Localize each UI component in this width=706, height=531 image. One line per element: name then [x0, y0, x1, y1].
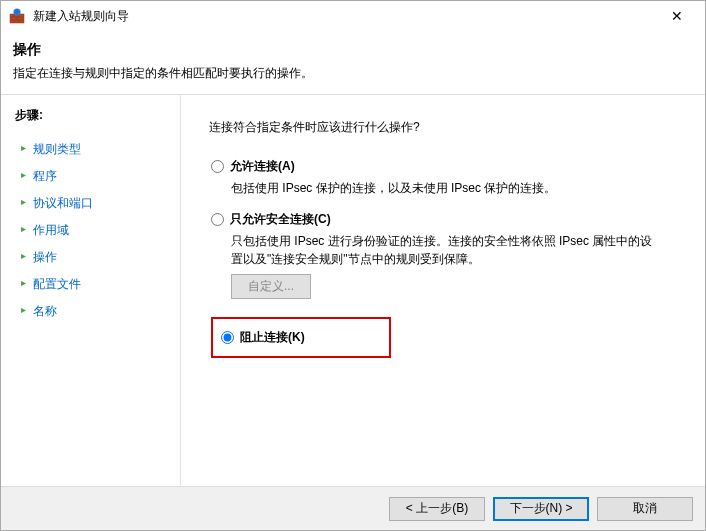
- page-title: 操作: [13, 41, 693, 59]
- radio-allow-row[interactable]: 允许连接(A): [211, 158, 681, 175]
- radio-allow-input[interactable]: [211, 160, 224, 173]
- steps-sidebar: 步骤: 规则类型 程序 协议和端口 作用域 操作 配置文件 名称: [1, 95, 181, 487]
- content-area: 步骤: 规则类型 程序 协议和端口 作用域 操作 配置文件 名称 连接符合指定条…: [1, 95, 705, 487]
- step-profile[interactable]: 配置文件: [15, 271, 166, 298]
- step-label: 协议和端口: [33, 196, 93, 210]
- radio-block-label: 阻止连接(K): [240, 329, 305, 346]
- firewall-icon: [9, 8, 25, 24]
- radio-allow-label: 允许连接(A): [230, 158, 295, 175]
- step-rule-type[interactable]: 规则类型: [15, 136, 166, 163]
- wizard-header: 操作 指定在连接与规则中指定的条件相匹配时要执行的操作。: [1, 31, 705, 94]
- step-protocol-ports[interactable]: 协议和端口: [15, 190, 166, 217]
- step-label: 配置文件: [33, 277, 81, 291]
- customize-button: 自定义...: [231, 274, 311, 299]
- radio-allow-desc: 包括使用 IPsec 保护的连接，以及未使用 IPsec 保护的连接。: [231, 179, 661, 197]
- step-label: 程序: [33, 169, 57, 183]
- back-button[interactable]: < 上一步(B): [389, 497, 485, 521]
- cancel-button[interactable]: 取消: [597, 497, 693, 521]
- radio-option-allow: 允许连接(A) 包括使用 IPsec 保护的连接，以及未使用 IPsec 保护的…: [211, 158, 681, 197]
- close-button[interactable]: ✕: [657, 2, 697, 30]
- main-panel: 连接符合指定条件时应该进行什么操作? 允许连接(A) 包括使用 IPsec 保护…: [181, 95, 705, 487]
- step-scope[interactable]: 作用域: [15, 217, 166, 244]
- radio-block-row[interactable]: 阻止连接(K): [221, 329, 305, 346]
- page-description: 指定在连接与规则中指定的条件相匹配时要执行的操作。: [13, 65, 693, 82]
- radio-allow-secure-desc: 只包括使用 IPsec 进行身份验证的连接。连接的安全性将依照 IPsec 属性…: [231, 232, 661, 268]
- step-label: 名称: [33, 304, 57, 318]
- step-label: 操作: [33, 250, 57, 264]
- radio-option-allow-secure: 只允许安全连接(C) 只包括使用 IPsec 进行身份验证的连接。连接的安全性将…: [211, 211, 681, 299]
- next-button[interactable]: 下一步(N) >: [493, 497, 589, 521]
- step-action[interactable]: 操作: [15, 244, 166, 271]
- close-icon: ✕: [671, 8, 683, 24]
- window-title: 新建入站规则向导: [33, 8, 657, 25]
- action-question: 连接符合指定条件时应该进行什么操作?: [209, 119, 681, 136]
- radio-allow-secure-row[interactable]: 只允许安全连接(C): [211, 211, 681, 228]
- radio-block-input[interactable]: [221, 331, 234, 344]
- radio-allow-secure-input[interactable]: [211, 213, 224, 226]
- highlight-box: 阻止连接(K): [211, 317, 391, 358]
- wizard-footer: < 上一步(B) 下一步(N) > 取消: [1, 486, 705, 530]
- titlebar: 新建入站规则向导 ✕: [1, 1, 705, 31]
- action-radio-group: 允许连接(A) 包括使用 IPsec 保护的连接，以及未使用 IPsec 保护的…: [209, 158, 681, 358]
- step-name[interactable]: 名称: [15, 298, 166, 325]
- step-label: 作用域: [33, 223, 69, 237]
- steps-title: 步骤:: [15, 107, 166, 124]
- step-program[interactable]: 程序: [15, 163, 166, 190]
- radio-allow-secure-label: 只允许安全连接(C): [230, 211, 331, 228]
- step-label: 规则类型: [33, 142, 81, 156]
- radio-option-block: 阻止连接(K): [211, 313, 681, 358]
